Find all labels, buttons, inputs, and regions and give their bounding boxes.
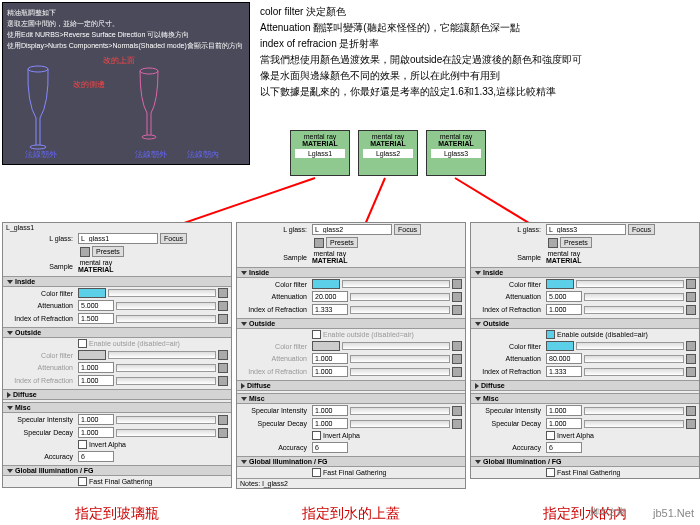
attr-editor-3: L glass:Focus Presets Samplemental rayMA… <box>470 222 700 479</box>
chevron-down-icon[interactable] <box>7 280 13 284</box>
hypershade-nodes: mental rayMATERIALLglass1 mental rayMATE… <box>290 130 486 176</box>
name-field[interactable] <box>78 233 158 244</box>
maya-viewport: 精油瓶調整如下選取左圖中間的，並給一定的尺寸。使用Edit NURBS>Reve… <box>2 2 250 165</box>
svg-point-0 <box>28 66 48 72</box>
svg-point-3 <box>142 135 156 139</box>
presets-button[interactable]: Presets <box>92 246 124 257</box>
preset-icon[interactable] <box>80 247 90 257</box>
focus-button[interactable]: Focus <box>160 233 187 244</box>
attr-editor-1: L_glass1 L glass:Focus Presets Samplemen… <box>2 222 232 488</box>
color-swatch[interactable] <box>78 288 106 298</box>
glass-wireframe-2 <box>135 65 163 143</box>
caption-2: 指定到水的上蓋 <box>236 505 466 523</box>
node-lglass1[interactable]: mental rayMATERIALLglass1 <box>290 130 350 176</box>
caption-1: 指定到玻璃瓶 <box>2 505 232 523</box>
watermark-text: 脚本之家 <box>590 506 626 519</box>
ior-input[interactable] <box>78 313 114 324</box>
label-top: 改的上面 <box>103 55 135 66</box>
watermark-site: jb51.Net <box>653 507 694 519</box>
tab-name[interactable]: L_glass1 <box>6 224 34 231</box>
viewport-notes: 精油瓶調整如下選取左圖中間的，並給一定的尺寸。使用Edit NURBS>Reve… <box>3 3 249 55</box>
glass-wireframe-1 <box>23 63 53 153</box>
node-lglass2[interactable]: mental rayMATERIALLglass2 <box>358 130 418 176</box>
attenuation-input[interactable] <box>78 300 114 311</box>
notes-field[interactable]: Notes: l_glass2 <box>240 480 288 487</box>
node-lglass3[interactable]: mental rayMATERIALLglass3 <box>426 130 486 176</box>
svg-point-2 <box>140 68 158 74</box>
label-side: 改的側邊 <box>73 79 105 90</box>
enable-outside-checkbox[interactable] <box>78 339 87 348</box>
enable-outside-checked[interactable] <box>546 330 555 339</box>
description-text: color filter 決定顏色Attenuation 翻譯叫變薄(聽起來怪怪… <box>260 4 582 100</box>
slider[interactable] <box>108 289 216 297</box>
attr-editor-2: L glass:Focus Presets Samplemental rayMA… <box>236 222 466 489</box>
